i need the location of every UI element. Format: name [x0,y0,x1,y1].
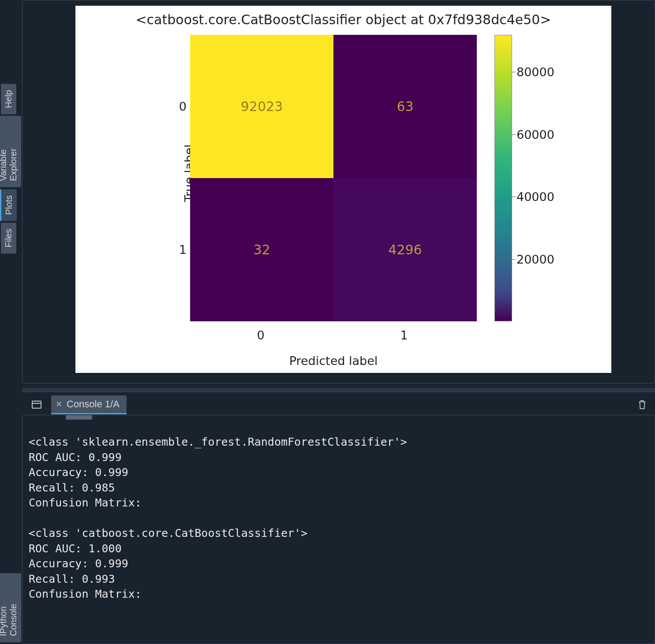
console-body-wrap: <class 'sklearn.ensemble._forest.RandomF… [22,415,655,644]
plots-pane: <catboost.core.CatBoostClassifier object… [22,0,655,383]
y-tick-0: 0 [173,100,187,113]
console-output[interactable]: <class 'sklearn.ensemble._forest.RandomF… [22,421,655,644]
cbar-tickmark [512,259,516,260]
plot-title: <catboost.core.CatBoostClassifier object… [75,12,611,27]
console-pane: ✕ Console 1/A <class 'sklearn.ensemble._… [22,395,655,644]
x-tick-0: 0 [254,328,267,342]
cell-1-1: 4296 [333,178,477,321]
plot-canvas: <catboost.core.CatBoostClassifier object… [75,6,611,373]
console-scrollbar[interactable] [66,415,92,420]
cbar-tick-20000: 20000 [517,253,554,266]
cbar-tickmark [512,197,516,197]
cbar-tick-60000: 60000 [517,128,554,141]
window-icon[interactable] [32,401,41,409]
console-tab-label: Console 1/A [67,398,120,410]
colorbar [494,35,512,321]
cbar-tickmark [512,72,516,72]
tab-plots[interactable]: Plots [0,189,17,221]
side-tab-strip: Help Variable Explorer Plots Files IPyth… [0,0,17,644]
y-tick-1: 1 [173,243,187,257]
trash-icon[interactable] [637,399,647,412]
cbar-tick-80000: 80000 [517,65,554,79]
x-tick-1: 1 [397,328,411,342]
x-axis-label: Predicted label [190,354,477,368]
tab-files[interactable]: Files [1,223,16,253]
cell-1-0: 32 [190,178,333,321]
console-tab[interactable]: ✕ Console 1/A [51,395,127,414]
console-tabbar: ✕ Console 1/A [22,395,655,415]
cell-0-1: 63 [333,35,477,178]
pane-splitter[interactable] [22,388,655,392]
cbar-tick-40000: 40000 [517,190,554,204]
tab-variable-explorer[interactable]: Variable Explorer [0,116,21,187]
cell-0-0: 92023 [190,35,333,178]
confusion-matrix-heatmap: 92023 63 32 4296 [190,35,477,321]
tab-ipython-console[interactable]: IPython Console [0,573,21,642]
cbar-tickmark [512,134,516,135]
tab-help[interactable]: Help [1,84,16,114]
close-icon[interactable]: ✕ [56,399,62,409]
